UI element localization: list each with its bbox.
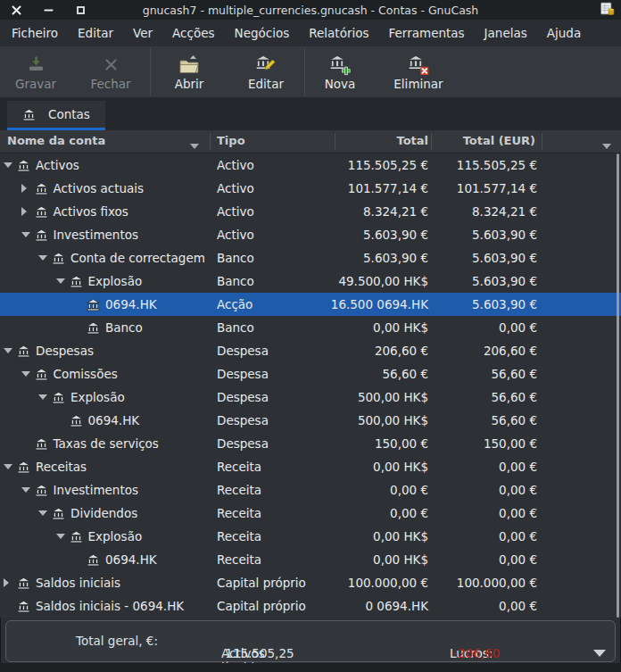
account-type: Despesa [217,413,269,427]
table-row[interactable]: DespesasDespesa206,60 €206,60 € [0,339,621,362]
gravar-button[interactable]: Gravar [0,46,71,97]
table-row[interactable]: 0694.HKAcção16.500 0694.HK5.603,90 € [0,293,621,316]
menu-janelas[interactable]: Janelas [475,21,537,45]
vertical-scrollbar[interactable] [617,153,619,618]
menu-ficheiro[interactable]: Ficheiro [2,21,68,45]
window-controls [11,0,86,20]
bank-icon [17,460,30,474]
collapse-arrow-icon[interactable] [56,534,70,539]
nova-button[interactable]: Nova [305,46,375,97]
column-select-arrow-icon[interactable] [602,138,611,152]
table-row[interactable]: DividendosReceita0,00 €0,00 € [0,502,621,525]
menu-ajuda[interactable]: Ajuda [537,21,591,45]
editar-button[interactable]: Editar [228,46,304,97]
account-total-eur: 0,00 € [499,599,537,613]
account-type: Receita [217,552,261,567]
column-header-account-name[interactable]: Nome da conta [7,134,105,147]
maximize-window-icon[interactable] [75,4,86,15]
account-total-eur: 100.000,00 € [457,576,537,590]
table-row[interactable]: Activos fixosActivo8.324,21 €8.324,21 € [0,200,621,223]
column-header-type[interactable]: Tipo [217,134,245,147]
collapse-arrow-icon[interactable] [21,371,35,377]
column-divider [431,133,432,150]
table-row[interactable]: Conta de correctagemBanco5.603,90 €5.603… [0,246,621,270]
account-total: 49.500,00 HK$ [338,274,428,288]
menu-relatorios[interactable]: Relatórios [299,21,378,45]
collapse-arrow-icon[interactable] [38,394,52,400]
table-row[interactable]: BancoBanco0,00 HK$0,00 € [0,316,621,339]
expand-arrow-icon[interactable] [21,184,35,193]
tree-indent [0,374,21,375]
tree-indent [0,444,21,444]
collapse-arrow-icon[interactable] [4,348,17,353]
sort-arrow-icon [190,138,199,152]
table-row[interactable]: ActivosActivo115.505,25 €115.505,25 € [0,153,621,177]
account-name: Taxas de serviços [54,436,159,451]
menu-ver[interactable]: Ver [123,21,162,45]
toolbar-button-label: Editar [248,77,284,91]
expand-arrow-icon[interactable] [21,207,35,216]
menu-negocios[interactable]: Negócios [225,21,300,45]
gnucash-app-icon [600,2,615,21]
net-assets-text: Activos líquidos: 115.505,25 € [221,634,225,648]
collapse-arrow-icon[interactable] [38,510,52,516]
table-row[interactable]: InvestimentosActivo5.603,90 €5.603,90 € [0,223,621,246]
toolbar-button-label: Eliminar [393,77,443,91]
table-row[interactable]: ExplosãoBanco49.500,00 HK$5.603,90 € [0,270,621,293]
bank-icon [17,600,30,613]
table-row[interactable]: ReceitasReceita0,00 HK$0,00 € [0,455,621,478]
account-name: Explosão [88,274,143,288]
account-total: 100.000,00 € [348,576,428,590]
table-row[interactable]: Saldos iniciais - 0694.HKCapital próprio… [0,594,621,618]
account-total: 0,00 HK$ [373,529,428,543]
tree-indent [0,188,21,189]
tab-contas[interactable]: Contas [7,101,105,130]
menu-ferramentas[interactable]: Ferramentas [379,21,475,45]
collapse-arrow-icon[interactable] [56,278,70,284]
eliminar-button[interactable]: Eliminar [375,46,462,97]
collapse-arrow-icon[interactable] [38,255,52,261]
minimize-window-icon[interactable] [43,4,54,15]
account-total: 115.505,25 € [348,158,428,172]
tree-indent [0,304,73,305]
collapse-arrow-icon[interactable] [4,464,17,469]
table-row[interactable]: Taxas de serviçosDespesa150,00 €150,00 € [0,432,621,455]
collapse-arrow-icon[interactable] [4,162,17,168]
collapse-arrow-icon[interactable] [21,487,35,493]
menu-editar[interactable]: Editar [68,21,123,45]
tree-indent [0,397,38,398]
fechar-button[interactable]: Fechar [71,46,150,97]
account-name: Comissões [54,367,118,381]
bank-icon [17,577,30,590]
account-name: Investimentos [54,483,139,497]
column-header-total[interactable]: Total [396,134,428,147]
table-row[interactable]: Activos actuaisActivo101.577,14 €101.577… [0,177,621,200]
toolbar-button-label: Nova [325,77,356,91]
table-row[interactable]: ExplosãoDespesa500,00 HK$56,60 € [0,386,621,409]
bank-icon [17,159,30,172]
grand-total-label: Total geral, €: [76,634,158,648]
toolbar-button-label: Abrir [175,77,204,91]
table-row[interactable]: Saldos iniciaisCapital próprio100.000,00… [0,571,621,594]
save-icon [26,54,46,75]
close-window-icon[interactable] [11,4,21,15]
account-name: Explosão [88,529,143,543]
table-row[interactable]: ExplosãoReceita0,00 HK$0,00 € [0,525,621,548]
account-name: Conta de correctagem [70,251,205,265]
table-row[interactable]: 0694.HKReceita0,00 HK$0,00 € [0,548,621,571]
account-total-eur: 5.603,90 € [472,274,537,288]
bank-icon [70,530,83,543]
toolbar: GravarFecharAbrirEditarNovaEliminar [0,46,621,98]
tree-indent [0,490,21,491]
table-row[interactable]: ComissõesDespesa56,60 €56,60 € [0,362,621,386]
account-type: Activo [217,158,254,172]
table-row[interactable]: InvestimentosReceita0,00 €0,00 € [0,478,621,502]
collapse-arrow-icon[interactable] [21,232,35,237]
column-header-total-eur[interactable]: Total (EUR) [463,134,535,147]
menu-accoes[interactable]: Acções [162,21,224,45]
account-total-eur: 0,00 € [499,529,537,543]
table-row[interactable]: 0694.HKDespesa500,00 HK$56,60 € [0,409,621,432]
abrir-button[interactable]: Abrir [151,46,228,97]
account-name: Investimentos [54,228,139,242]
expand-arrow-icon[interactable] [4,578,17,587]
